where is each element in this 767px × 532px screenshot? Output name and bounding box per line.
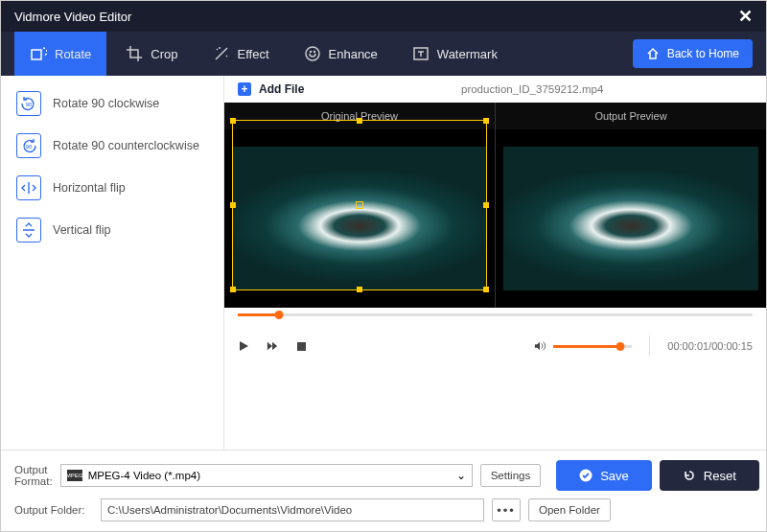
back-to-home-button[interactable]: Back to Home: [633, 39, 753, 68]
timeline-playhead[interactable]: [274, 311, 283, 319]
sidebar-label: Rotate 90 clockwise: [53, 97, 159, 110]
volume-slider[interactable]: [553, 345, 632, 348]
content-area: + Add File production_ID_3759212.mp4 Ori…: [223, 76, 766, 450]
playback-controls: 00:00:01/00:00:15: [224, 325, 766, 367]
tab-watermark[interactable]: Watermark: [397, 32, 513, 76]
volume-icon[interactable]: [534, 340, 546, 352]
check-icon: [579, 469, 593, 482]
open-folder-button[interactable]: Open Folder: [528, 498, 611, 521]
sidebar-label: Rotate 90 counterclockwise: [53, 139, 199, 152]
crop-handle[interactable]: [483, 118, 489, 124]
timeline-track[interactable]: [238, 313, 753, 316]
timeline[interactable]: [224, 308, 766, 325]
volume-control: [534, 340, 632, 352]
home-label: Back to Home: [667, 47, 739, 60]
footer: Output Format: MPEG MPEG-4 Video (*.mp4)…: [1, 450, 766, 531]
watermark-icon: [412, 45, 430, 62]
app-window: Vidmore Video Editor ✕ Rotate Crop Effec…: [0, 0, 767, 532]
tab-effect[interactable]: Effect: [198, 32, 285, 76]
crop-box[interactable]: [232, 120, 487, 290]
add-file-label[interactable]: Add File: [259, 82, 304, 96]
output-format-value: MPEG-4 Video (*.mp4): [88, 470, 200, 481]
flip-vertical-icon: [16, 218, 41, 243]
tab-rotate[interactable]: Rotate: [14, 32, 106, 76]
reset-icon: [683, 469, 696, 482]
title-bar: Vidmore Video Editor ✕: [1, 1, 766, 32]
output-preview-image: [503, 147, 758, 290]
volume-thumb[interactable]: [616, 342, 624, 351]
current-filename: production_ID_3759212.mp4: [312, 83, 753, 95]
volume-fill: [553, 345, 620, 348]
output-folder-input[interactable]: C:\Users\Administrator\Documents\Vidmore…: [101, 498, 484, 521]
fast-forward-icon[interactable]: [267, 340, 278, 352]
tab-crop-label: Crop: [151, 47, 177, 61]
tab-crop[interactable]: Crop: [110, 32, 193, 76]
rotate-ccw-icon: 90: [16, 133, 41, 158]
svg-rect-7: [297, 342, 306, 351]
reset-button[interactable]: Reset: [660, 460, 759, 491]
original-preview: Original Preview: [224, 103, 496, 308]
svg-point-1: [306, 47, 319, 60]
output-preview-label: Output Preview: [496, 103, 766, 129]
chevron-down-icon: ⌄: [456, 469, 466, 482]
effect-icon: [213, 45, 230, 62]
rotate-sidebar: 90 Rotate 90 clockwise 90 Rotate 90 coun…: [1, 76, 223, 450]
mpeg-icon: MPEG: [67, 470, 82, 481]
sidebar-item-rotate-ccw[interactable]: 90 Rotate 90 counterclockwise: [16, 129, 208, 162]
svg-text:90: 90: [26, 144, 33, 150]
settings-button[interactable]: Settings: [480, 464, 542, 487]
crop-handle[interactable]: [230, 287, 236, 292]
add-file-bar: + Add File production_ID_3759212.mp4: [224, 76, 766, 103]
rotate-cw-icon: 90: [16, 91, 41, 116]
tab-watermark-label: Watermark: [437, 47, 498, 61]
crop-icon: [126, 45, 143, 62]
svg-point-2: [310, 52, 311, 53]
tab-enhance[interactable]: Enhance: [289, 32, 393, 76]
sidebar-item-flip-v[interactable]: Vertical flip: [16, 214, 208, 246]
timeline-progress: [238, 313, 279, 316]
stop-icon[interactable]: [295, 340, 307, 352]
svg-point-3: [314, 52, 314, 53]
sidebar-item-rotate-cw[interactable]: 90 Rotate 90 clockwise: [16, 87, 208, 120]
output-format-label: Output Format:: [14, 464, 53, 487]
tab-rotate-label: Rotate: [55, 47, 91, 61]
timecode: 00:00:01/00:00:15: [667, 340, 753, 352]
flip-horizontal-icon: [16, 175, 41, 200]
preview-container: Original Preview Output Preview: [224, 103, 766, 308]
save-label: Save: [600, 469, 629, 483]
add-file-icon[interactable]: +: [238, 82, 251, 96]
browse-folder-button[interactable]: •••: [492, 498, 521, 521]
main-toolbar: Rotate Crop Effect Enhance Watermark Bac…: [1, 32, 766, 76]
crop-handle[interactable]: [357, 287, 362, 292]
output-preview: Output Preview: [496, 103, 766, 308]
output-folder-value: C:\Users\Administrator\Documents\Vidmore…: [107, 504, 352, 516]
play-icon[interactable]: [238, 340, 249, 352]
reset-label: Reset: [704, 469, 736, 483]
enhance-icon: [304, 45, 321, 62]
sidebar-label: Vertical flip: [53, 223, 110, 237]
crop-handle[interactable]: [230, 202, 236, 208]
sidebar-label: Horizontal flip: [53, 181, 126, 195]
svg-rect-0: [32, 50, 41, 59]
output-format-select[interactable]: MPEG MPEG-4 Video (*.mp4) ⌄: [60, 464, 473, 487]
svg-text:90: 90: [26, 102, 33, 107]
divider: [649, 335, 650, 357]
sidebar-item-flip-h[interactable]: Horizontal flip: [16, 172, 208, 204]
close-icon[interactable]: ✕: [738, 6, 753, 27]
rotate-icon: [30, 45, 47, 62]
save-button[interactable]: Save: [556, 460, 652, 491]
crop-center-icon[interactable]: [356, 201, 363, 209]
app-title: Vidmore Video Editor: [14, 10, 131, 24]
output-folder-label: Output Folder:: [14, 504, 93, 516]
crop-handle[interactable]: [357, 118, 362, 124]
crop-handle[interactable]: [483, 202, 489, 208]
main-area: 90 Rotate 90 clockwise 90 Rotate 90 coun…: [1, 76, 766, 450]
tab-enhance-label: Enhance: [329, 47, 378, 61]
home-icon: [646, 47, 660, 60]
tab-effect-label: Effect: [238, 47, 269, 61]
